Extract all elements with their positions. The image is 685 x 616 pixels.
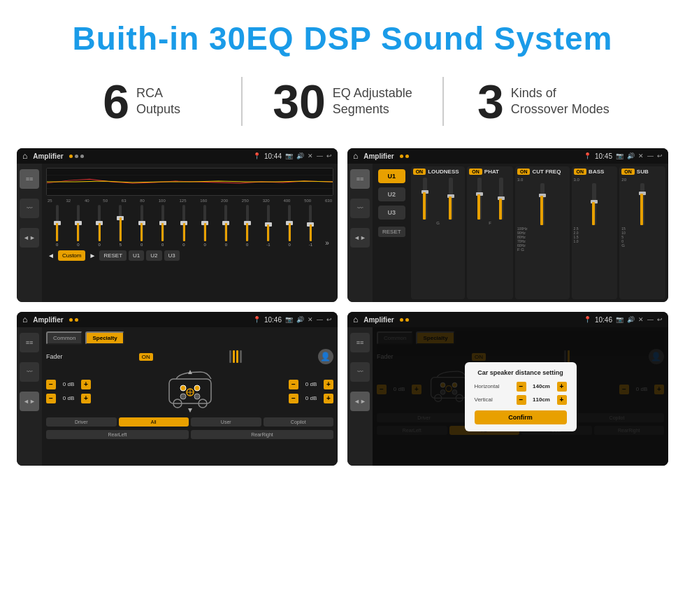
vertical-minus-btn[interactable]: − [517,395,526,405]
eq-main-area: 253240506380100125160200250320400500630 … [42,164,338,302]
btn-copilot[interactable]: Copilot [264,417,334,427]
loudness-slider-1[interactable] [413,178,438,220]
minus-icon-3: — [317,316,323,323]
eq-slider-12[interactable]: 0 [280,205,299,247]
camera-icon-4: 📷 [616,316,623,323]
sidebar-eq-btn[interactable]: ≡≡ [20,169,39,189]
phat-slider-1[interactable] [469,178,489,220]
btn-driver[interactable]: Driver [46,417,117,427]
loudness-sliders [413,178,463,220]
preset-u2-btn[interactable]: U2 [378,187,405,201]
vol1-minus[interactable]: − [46,380,56,389]
dialog-box: Car speaker distance setting Horizontal … [465,362,577,431]
preset-u3-btn[interactable]: U3 [378,206,405,220]
vol3-minus[interactable]: − [289,380,298,389]
person-icon[interactable]: 👤 [318,349,333,364]
eq-custom-btn[interactable]: Custom [58,250,86,261]
status-dots-2 [400,155,409,158]
cutfreq-slider-1[interactable] [517,183,568,225]
btn-all[interactable]: All [119,417,189,427]
cutfreq-on[interactable]: ON [517,169,531,175]
horizontal-plus-btn[interactable]: + [557,382,567,392]
eq-slider-13[interactable]: -1 [301,205,320,247]
btn-rearleft[interactable]: RearLeft [46,430,189,439]
fader-on[interactable]: ON [139,353,153,361]
dot-4-1 [400,318,403,322]
vertical-plus-btn[interactable]: + [557,395,567,405]
sidebar-eq-btn-2[interactable]: ≡≡ [350,169,370,189]
eq-arrows[interactable]: » [322,239,332,247]
preset-u1-btn[interactable]: U1 [378,169,405,183]
sidebar-vol-btn-4[interactable]: ◄► [350,392,370,411]
crossover-channels: ON LOUDNESS [411,166,665,299]
sidebar-wave-btn[interactable]: 〰 [20,199,39,218]
speaker-screen: ⌂ Amplifier 📍 10:46 📷 🔊 ✕ — ↩ ≡≡ 〰 [17,312,338,466]
crossover-screen-content: ≡≡ 〰 ◄► U1 U2 U3 RESET [347,164,668,302]
phat-slider-2[interactable] [491,178,511,220]
phat-on[interactable]: ON [469,169,482,175]
eq-slider-8[interactable]: 0 [196,205,215,247]
vol3-plus[interactable]: + [324,380,333,389]
vol2-plus[interactable]: + [81,394,91,403]
vol1-plus[interactable]: + [81,380,91,389]
eq-slider-2[interactable]: 0 [68,205,87,247]
eq-u3-btn[interactable]: U3 [164,250,180,261]
eq-slider-5[interactable]: 0 [132,205,151,247]
camera-icon-2: 📷 [616,152,623,159]
vertical-row: Vertical − 110cm + [475,395,567,405]
sidebar-wave-btn-4[interactable]: 〰 [350,362,370,382]
volume-icon-3: 🔊 [296,316,304,323]
sidebar-wave-btn-3[interactable]: 〰 [20,362,39,382]
eq-slider-3[interactable]: 0 [89,205,108,247]
camera-icon-3: 📷 [285,316,293,323]
time-eq: 10:44 [264,152,282,160]
dialog-screen: ⌂ Amplifier 📍 10:46 📷 🔊 ✕ — ↩ ≡≡ 〰 [347,312,668,466]
crossover-reset-btn[interactable]: RESET [378,227,405,237]
sub-name: SUB [637,169,649,175]
horizontal-minus-btn[interactable]: − [517,382,526,392]
stats-row: 6 RCA Outputs 30 EQ Adjustable Segments … [0,70,685,143]
status-left-dialog: ⌂ Amplifier [353,315,409,324]
dot-3-2 [75,318,78,322]
home-icon-2: ⌂ [353,151,358,161]
eq-slider-7[interactable]: 0 [174,205,193,247]
loudness-on[interactable]: ON [413,169,426,175]
location-icon-4: 📍 [584,316,591,323]
back-icon: ↩ [326,152,332,159]
eq-slider-1[interactable]: 0 [48,205,66,247]
sub-slider-1[interactable] [621,183,663,225]
speaker-main-area: Common Specialty Fader ON 👤 [42,327,338,466]
speaker-sidebar: ≡≡ 〰 ◄► [17,327,42,466]
eq-u2-btn[interactable]: U2 [146,250,161,261]
btn-rearright[interactable]: RearRight [191,430,333,439]
sidebar-eq-btn-4[interactable]: ≡≡ [350,333,370,352]
btn-user[interactable]: User [191,417,261,427]
sidebar-vol-btn-3[interactable]: ◄► [20,392,39,411]
bass-slider-1[interactable] [574,183,616,225]
eq-prev-btn[interactable]: ◄ [46,252,56,259]
svg-point-8 [194,385,200,391]
vol4-plus[interactable]: + [324,394,333,403]
sub-on[interactable]: ON [621,169,635,175]
sidebar-vol-btn[interactable]: ◄► [20,228,39,248]
eq-slider-6[interactable]: 0 [153,205,172,247]
eq-play-btn[interactable]: ► [87,252,97,259]
loudness-slider-2[interactable] [438,178,463,220]
tab-common[interactable]: Common [46,331,82,345]
confirm-button[interactable]: Confirm [475,410,567,424]
eq-slider-4[interactable]: 5 [111,205,130,247]
eq-slider-9[interactable]: 0 [217,205,236,247]
eq-reset-btn[interactable]: RESET [99,250,127,261]
sidebar-eq-btn-3[interactable]: ≡≡ [20,333,39,352]
tab-specialty[interactable]: Specialty [85,331,124,345]
left-vol-controls: − 0 dB + − 0 dB + [46,380,91,403]
eq-slider-10[interactable]: 0 [238,205,257,247]
vol4-minus[interactable]: − [289,394,298,403]
sidebar-wave-btn-2[interactable]: 〰 [350,199,370,218]
eq-u1-btn[interactable]: U1 [129,250,144,261]
eq-slider-11[interactable]: -1 [259,205,277,247]
sidebar-vol-btn-2[interactable]: ◄► [350,228,370,248]
vol2-minus[interactable]: − [46,394,56,403]
bass-on[interactable]: ON [574,169,587,175]
stat-crossover-text: Kinds of Crossover Modes [511,85,610,118]
